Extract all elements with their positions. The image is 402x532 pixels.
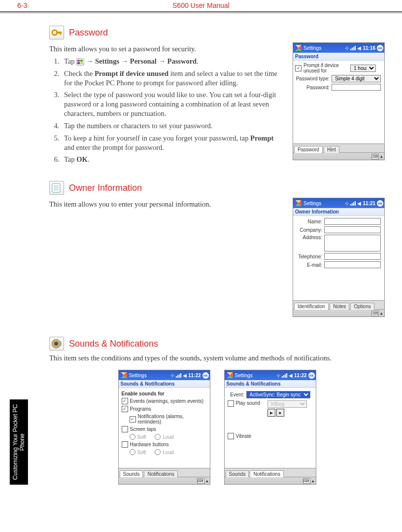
svg-point-12 <box>54 342 58 346</box>
svg-rect-5 <box>77 62 80 64</box>
signal-icon <box>282 373 287 378</box>
checkbox[interactable] <box>122 426 128 432</box>
tab-notifications[interactable]: Notifications <box>144 470 177 477</box>
keyboard-icon[interactable]: ⌨ <box>303 478 310 484</box>
sounds-heading-text: Sounds & Notifications <box>69 339 158 349</box>
address-input[interactable] <box>324 235 381 251</box>
radio-loud[interactable] <box>155 434 161 440</box>
step-2: Check the Prompt if device unused item a… <box>61 69 284 88</box>
keyboard-icon[interactable]: ⌨ <box>371 154 379 159</box>
password-screenshot: Settings ⊹ ◀ 11:16 ok Password ✓Prompt i… <box>293 42 385 160</box>
svg-rect-6 <box>80 62 83 64</box>
checkbox[interactable]: ✓ <box>122 398 128 404</box>
speaker-icon: ◀ <box>357 201 361 206</box>
tab-sounds[interactable]: Sounds <box>120 470 143 477</box>
svg-rect-3 <box>77 60 80 62</box>
stop-button[interactable]: ■ <box>276 409 284 417</box>
owner-screenshot: Settings ⊹ ◀ 11:21 ok Owner Information … <box>293 198 385 317</box>
owner-intro: This item allows you to enter your perso… <box>49 200 284 209</box>
unused-time-select[interactable]: 1 hour <box>350 65 376 72</box>
windows-icon <box>76 58 84 66</box>
step-3: Select the type of password you would li… <box>61 90 284 118</box>
tab-identification[interactable]: Identification <box>294 303 329 310</box>
signal-icon <box>350 46 356 50</box>
company-input[interactable] <box>324 226 381 233</box>
antenna-icon: ⊹ <box>345 201 349 206</box>
password-steps: Tap → Settings → Personal → Password. Ch… <box>49 57 284 164</box>
step-4: Tap the numbers or characters to set you… <box>61 121 284 131</box>
radio-soft[interactable] <box>130 434 135 440</box>
password-icon <box>49 26 64 39</box>
ok-button[interactable]: ok <box>377 45 383 51</box>
start-icon[interactable] <box>226 372 233 378</box>
password-type-select[interactable]: Simple 4 digit <box>332 75 381 82</box>
tab-sounds[interactable]: Sounds <box>226 470 249 477</box>
checkbox[interactable]: ✓ <box>130 416 136 423</box>
owner-tabs: Identification Notes Options <box>293 300 384 309</box>
play-button[interactable]: ▶ <box>268 409 275 417</box>
password-input[interactable] <box>332 84 381 91</box>
tab-notes[interactable]: Notes <box>330 303 349 310</box>
email-input[interactable] <box>324 261 381 268</box>
keyboard-icon[interactable]: ⌨ <box>197 478 204 484</box>
vibrate-checkbox[interactable] <box>228 433 234 439</box>
step-5: To keep a hint for yourself in case you … <box>61 134 284 152</box>
password-intro: This item allows you to set a password f… <box>49 44 284 54</box>
speaker-icon: ◀ <box>357 45 361 51</box>
tab-options[interactable]: Options <box>350 303 374 310</box>
page-header: 6-3 S600 User Manual <box>0 0 402 12</box>
start-icon[interactable] <box>295 45 302 51</box>
svg-rect-4 <box>80 60 83 62</box>
tab-password[interactable]: Password <box>294 146 323 153</box>
up-arrow-icon[interactable]: ▴ <box>380 311 383 316</box>
sound-file-select[interactable]: Infbeg <box>268 400 307 408</box>
password-heading: Password <box>49 26 385 39</box>
signal-icon <box>176 373 181 378</box>
play-sound-checkbox[interactable] <box>228 400 234 407</box>
sounds-screenshot-1: Settings ⊹◀11:22ok Sounds & Notification… <box>118 370 210 485</box>
antenna-icon: ⊹ <box>276 373 280 378</box>
step-1: Tap → Settings → Personal → Password. <box>61 57 284 66</box>
page-number: 6-3 <box>17 1 27 9</box>
up-arrow-icon[interactable]: ▴ <box>380 154 383 159</box>
ok-button[interactable]: ok <box>308 372 315 379</box>
svg-rect-2 <box>60 32 61 35</box>
sounds-screenshot-2: Settings ⊹◀11:22ok Sounds & Notification… <box>224 370 316 485</box>
owner-heading: Owner Information <box>49 181 385 195</box>
radio-loud[interactable] <box>155 449 161 455</box>
tab-hint[interactable]: Hint <box>324 146 339 153</box>
sidebar-tab: Customizing Your Pocket PC Phone <box>10 399 28 485</box>
owner-heading-text: Owner Information <box>69 183 142 193</box>
sounds-icon <box>49 337 64 351</box>
keyboard-icon[interactable]: ⌨ <box>371 311 379 316</box>
antenna-icon: ⊹ <box>170 373 174 378</box>
ok-button[interactable]: ok <box>202 372 209 379</box>
sounds-heading: Sounds & Notifications <box>49 337 385 351</box>
name-input[interactable] <box>324 218 381 225</box>
up-arrow-icon[interactable]: ▴ <box>206 478 208 483</box>
radio-soft[interactable] <box>130 449 135 455</box>
checkbox[interactable] <box>122 441 128 448</box>
owner-icon <box>49 181 64 195</box>
start-icon[interactable] <box>120 372 127 378</box>
speaker-icon: ◀ <box>289 373 293 378</box>
event-select[interactable]: ActiveSync: Begin sync <box>246 391 310 398</box>
manual-title: S600 User Manual <box>6 1 396 9</box>
password-heading-text: Password <box>69 28 108 38</box>
password-tabs: Password Hint <box>293 143 384 152</box>
step-6: Tap OK. <box>61 155 284 164</box>
checkbox[interactable]: ✓ <box>122 406 128 412</box>
prompt-unused-checkbox[interactable]: ✓ <box>295 65 302 71</box>
sounds-intro: This item sets the conditions and types … <box>49 354 385 363</box>
clock: 11:16 <box>363 45 375 51</box>
signal-icon <box>350 201 356 206</box>
start-icon[interactable] <box>295 200 302 206</box>
up-arrow-icon[interactable]: ▴ <box>312 478 314 483</box>
ok-button[interactable]: ok <box>377 200 383 207</box>
telephone-input[interactable] <box>324 253 381 260</box>
speaker-icon: ◀ <box>183 373 187 378</box>
tab-notifications[interactable]: Notifications <box>250 470 283 477</box>
antenna-icon: ⊹ <box>345 45 349 51</box>
